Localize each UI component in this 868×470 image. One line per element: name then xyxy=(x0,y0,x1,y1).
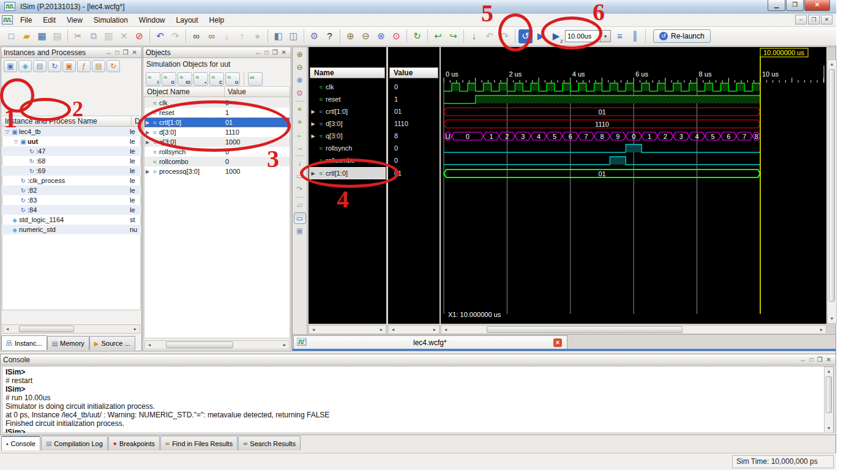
wave-name-row-2-crtl10[interactable]: ▶≈crtl[1:0] xyxy=(310,106,385,117)
floating-ruler-icon[interactable]: ▭ xyxy=(294,212,306,224)
wave-name-row-0-clk[interactable]: ≈clk xyxy=(310,81,385,92)
wave-value-row-2[interactable]: 01 xyxy=(389,106,438,117)
undock-icon[interactable]: ↔ xyxy=(104,49,114,56)
tab-lec4-wcfg[interactable]: lec4.wcfg* ✕ xyxy=(293,335,567,349)
next-marker-icon[interactable]: ↷ xyxy=(498,29,512,43)
find-in-files-icon[interactable]: ∞ xyxy=(204,29,219,43)
wave-value-row-4[interactable]: 8 xyxy=(389,130,438,141)
forward-icon[interactable]: ↪ xyxy=(446,29,460,43)
expander-icon[interactable]: ▶ xyxy=(310,171,316,176)
wave-name-row-6-rollcombo[interactable]: ≈rollcombo xyxy=(310,155,385,166)
goto-marker-icon[interactable]: ↓ xyxy=(467,29,481,43)
toggle-packages-icon[interactable]: ◈ xyxy=(18,60,32,72)
toggle-processes2-icon[interactable]: ↻ xyxy=(107,60,120,72)
column-header-design-unit[interactable]: D xyxy=(132,116,141,126)
column-header-name[interactable]: Name xyxy=(310,67,385,78)
tab-console[interactable]: ▪Console xyxy=(1,436,40,450)
tab-find-in-files-results[interactable]: ∞Find in Files Results xyxy=(160,436,238,450)
show-variables-icon[interactable]: ≈U xyxy=(225,72,240,86)
undock-icon[interactable]: ↔ xyxy=(798,356,808,363)
run-all-icon[interactable]: ▶ xyxy=(534,29,548,43)
tree-row-47[interactable]: ↻:47le xyxy=(2,146,141,156)
minimize-button[interactable]: ▁ xyxy=(768,0,785,11)
toggle-instances-icon[interactable]: ▣ xyxy=(4,60,17,72)
delete-icon[interactable]: ✕ xyxy=(117,29,131,43)
mdi-close-button[interactable]: ✕ xyxy=(821,15,832,24)
maximize-icon[interactable]: □ xyxy=(263,49,271,56)
relaunch-button[interactable]: ↺Re-launch xyxy=(653,29,711,43)
float-icon[interactable]: ❐ xyxy=(271,49,280,56)
wave-value-row-5[interactable]: 0 xyxy=(389,143,438,154)
zoom-full-icon[interactable]: ⊗ xyxy=(294,75,306,86)
tree-row-68[interactable]: ↻:68le xyxy=(2,156,141,166)
object-row-processq30[interactable]: ▶≈processq[3:0]1000 xyxy=(144,166,290,176)
menu-edit[interactable]: Edit xyxy=(37,14,61,26)
mdi-restore-button[interactable]: ❐ xyxy=(808,15,820,24)
instances-hscrollbar[interactable]: ◄► xyxy=(2,324,140,334)
zoom-in-icon[interactable]: ⊕ xyxy=(294,49,306,61)
zoom-cursor-icon[interactable]: ⊙ xyxy=(294,88,306,99)
waveform-canvas[interactable]: 0 us2 us4 us6 us8 us10 us011110U01234567… xyxy=(441,47,826,324)
prev-marker-icon[interactable]: ↶ xyxy=(482,29,496,43)
disable-icon[interactable]: ⊘ xyxy=(132,29,146,43)
tree-row-std_logic_1164[interactable]: ◈std_logic_1164st xyxy=(2,215,141,225)
wave-value-hscrollbar[interactable]: ◄► xyxy=(388,325,440,334)
restart-icon[interactable]: ↺ xyxy=(518,29,533,43)
expander-icon[interactable]: ▶ xyxy=(310,121,316,127)
expander-icon[interactable]: ▶ xyxy=(310,109,316,114)
wrench-icon[interactable]: ⚙ xyxy=(307,29,321,43)
cut-icon[interactable]: ✂ xyxy=(71,29,85,43)
show-internal-signals-icon[interactable]: ≈• xyxy=(193,72,208,86)
menu-file[interactable]: File xyxy=(15,14,37,26)
zoom-full-view-icon[interactable]: ⊗ xyxy=(374,29,388,43)
tree-row-84[interactable]: ↻:84le xyxy=(2,205,141,215)
tab-breakpoints[interactable]: ●Breakpoints xyxy=(108,436,160,450)
pause-icon[interactable]: ║ xyxy=(628,29,642,43)
whats-this-icon[interactable]: ? xyxy=(323,29,337,43)
toggle-functions-icon[interactable]: ƒ xyxy=(77,60,91,72)
wave-name-row-1-reset[interactable]: ≈reset xyxy=(310,94,385,105)
run-time-dropdown-icon[interactable]: ▼ xyxy=(600,30,611,42)
wave-value-row-3[interactable]: 1110 xyxy=(389,118,438,129)
expander-icon[interactable]: ▶ xyxy=(144,120,151,125)
search-objects-icon[interactable]: ∞ xyxy=(248,72,263,86)
wave-value-row-6[interactable]: 0 xyxy=(389,155,438,166)
zoom-in-icon[interactable]: ⊕ xyxy=(343,29,357,43)
column-header-wave-value[interactable]: Value xyxy=(389,67,438,78)
zoom-cursor-icon[interactable]: ⊙ xyxy=(389,29,403,43)
tile-windows-icon[interactable]: ◫ xyxy=(286,29,301,43)
maximize-icon[interactable]: □ xyxy=(808,356,815,363)
stop-icon[interactable]: ● xyxy=(250,29,264,43)
float-icon[interactable]: ❐ xyxy=(121,49,130,56)
tree-row-uut[interactable]: ▽▣uutle xyxy=(2,136,141,146)
show-inouts-icon[interactable]: ≈IO xyxy=(178,72,192,86)
restore-button[interactable]: ❐ xyxy=(786,0,804,11)
object-row-crtl10[interactable]: ▶≈crtl[1:0]01 xyxy=(144,118,290,127)
run-for-time-icon[interactable]: ▶Z xyxy=(549,29,563,43)
column-header-value[interactable]: Value xyxy=(225,87,290,97)
show-outputs-icon[interactable]: ≈O xyxy=(162,72,176,86)
objects-hscrollbar[interactable]: ◄► xyxy=(144,340,290,349)
object-row-clk[interactable]: ≈clk0 xyxy=(144,98,290,108)
wave-value-row-0[interactable]: 0 xyxy=(389,81,438,92)
wave-canvas-hscrollbar[interactable]: ◄► xyxy=(441,325,826,334)
column-header-object-name[interactable]: Object Name xyxy=(144,87,225,97)
menu-simulation[interactable]: Simulation xyxy=(88,14,133,26)
tab-source[interactable]: ▶Source ... xyxy=(89,336,135,350)
redo-icon[interactable]: ↷ xyxy=(168,29,182,43)
measure-marker-icon[interactable]: ▣ xyxy=(294,225,306,237)
tree-row-numeric_std[interactable]: ◈numeric_stdnu xyxy=(2,225,141,234)
find-icon[interactable]: ∞ xyxy=(189,29,203,43)
tab-search-results[interactable]: ∞Search Results xyxy=(238,436,301,450)
next-transition-icon[interactable]: → xyxy=(294,142,306,154)
expander-icon[interactable]: ▶ xyxy=(144,130,151,135)
back-icon[interactable]: ↩ xyxy=(431,29,445,43)
prev-result-icon[interactable]: ↑ xyxy=(235,29,249,43)
go-to-latest-time-icon[interactable]: » xyxy=(294,116,306,128)
expander-icon[interactable]: ▽ xyxy=(13,139,19,144)
undo-icon[interactable]: ↶ xyxy=(153,29,167,43)
wave-name-row-3-d30[interactable]: ▶≈d[3:0] xyxy=(310,118,385,129)
save-icon[interactable]: ▦ xyxy=(35,29,49,43)
tree-row-lec4_tb[interactable]: ▽▣lec4_tble xyxy=(2,127,141,136)
toggle-processes-icon[interactable]: ↻ xyxy=(48,60,61,72)
